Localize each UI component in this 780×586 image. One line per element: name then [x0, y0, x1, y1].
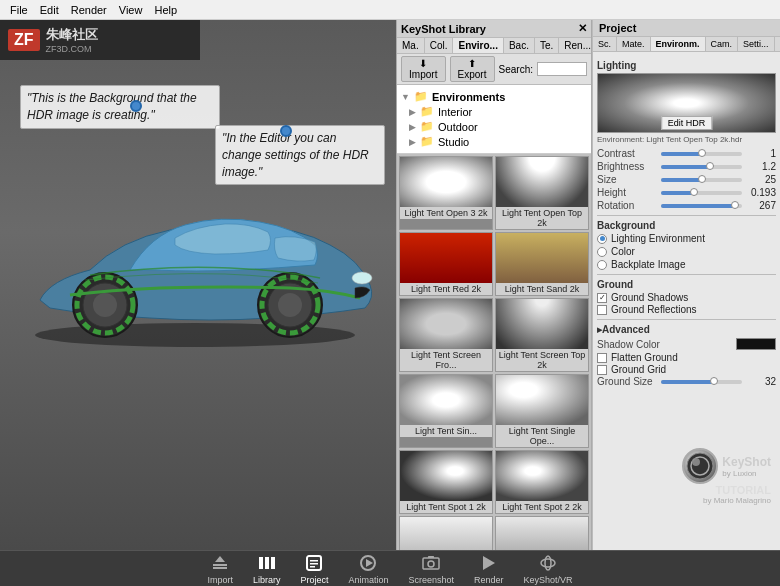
brightness-slider[interactable] — [661, 165, 742, 169]
env-thumb-11[interactable]: Light Tent Whi... — [495, 516, 589, 550]
lib-tab-col[interactable]: Col. — [425, 38, 454, 53]
env-thumb-0[interactable]: Light Tent Open 3 2k — [399, 156, 493, 230]
svg-point-9 — [352, 272, 372, 284]
menubar: File Edit Render View Help — [0, 0, 780, 20]
contrast-row: Contrast 1 — [597, 148, 776, 159]
menu-file[interactable]: File — [4, 0, 34, 20]
menu-help[interactable]: Help — [148, 0, 183, 20]
env-thumb-10[interactable]: Light Tent Whi... — [399, 516, 493, 550]
proj-tab-cam[interactable]: Cam. — [706, 37, 739, 51]
checkbox-flatten-ground[interactable]: Flatten Ground — [597, 352, 776, 363]
proj-tab-environm[interactable]: Environm. — [651, 37, 706, 51]
radio-color-circle[interactable] — [597, 247, 607, 257]
annotation-background: "This is the Background that the HDR ima… — [20, 85, 220, 129]
tree-item-outdoor[interactable]: ▶ 📁 Outdoor — [401, 119, 587, 134]
divider-3 — [597, 319, 776, 320]
env-thumb-2[interactable]: Light Tent Red 2k — [399, 232, 493, 296]
project-icon — [304, 553, 324, 573]
import-button[interactable]: ⬇ Import — [401, 56, 446, 82]
env-thumb-label-1: Light Tent Open Top 2k — [496, 207, 588, 229]
lib-tab-enviro[interactable]: Enviro... — [453, 38, 503, 53]
lib-tab-ma[interactable]: Ma. — [397, 38, 425, 53]
checkbox-flatten-ground-label: Flatten Ground — [611, 352, 678, 363]
svg-point-7 — [278, 293, 302, 317]
env-thumb-6[interactable]: Light Tent Sin... — [399, 374, 493, 448]
checkbox-ground-shadows[interactable]: Ground Shadows — [597, 292, 776, 303]
size-thumb[interactable] — [698, 175, 706, 183]
menu-render[interactable]: Render — [65, 0, 113, 20]
bottom-btn-animation[interactable]: Animation — [348, 553, 388, 585]
shadow-color-swatch[interactable] — [736, 338, 776, 350]
env-thumb-label-5: Light Tent Screen Top 2k — [496, 349, 588, 371]
proj-tab-setti[interactable]: Setti... — [738, 37, 775, 51]
checkbox-ground-reflections-box[interactable] — [597, 305, 607, 315]
size-slider[interactable] — [661, 178, 742, 182]
radio-lighting-env[interactable]: Lighting Environment — [597, 233, 776, 244]
contrast-slider[interactable] — [661, 152, 742, 156]
menu-view[interactable]: View — [113, 0, 149, 20]
env-thumb-9[interactable]: Light Tent Spot 2 2k — [495, 450, 589, 514]
checkbox-flatten-ground-box[interactable] — [597, 353, 607, 363]
env-thumb-label-7: Light Tent Single Ope... — [496, 425, 588, 447]
svg-point-30 — [541, 559, 555, 567]
height-thumb[interactable] — [690, 188, 698, 196]
hdr-preview[interactable]: Edit HDR — [597, 73, 776, 133]
rotation-label: Rotation — [597, 200, 657, 211]
lib-tab-te[interactable]: Te. — [535, 38, 559, 53]
checkbox-ground-shadows-box[interactable] — [597, 293, 607, 303]
env-thumb-img-1 — [496, 157, 588, 207]
env-thumb-7[interactable]: Light Tent Single Ope... — [495, 374, 589, 448]
contrast-thumb[interactable] — [698, 149, 706, 157]
size-value: 25 — [746, 174, 776, 185]
env-thumb-3[interactable]: Light Tent Sand 2k — [495, 232, 589, 296]
hdr-edit-button[interactable]: Edit HDR — [661, 116, 713, 130]
brand-sub: ZF3D.COM — [46, 44, 98, 54]
radio-backplate-circle[interactable] — [597, 260, 607, 270]
checkbox-ground-reflections[interactable]: Ground Reflections — [597, 304, 776, 315]
env-thumb-5[interactable]: Light Tent Screen Top 2k — [495, 298, 589, 372]
tree-item-studio[interactable]: ▶ 📁 Studio — [401, 134, 587, 149]
svg-marker-15 — [215, 556, 225, 562]
bottom-btn-project[interactable]: Project — [300, 553, 328, 585]
rotation-thumb[interactable] — [731, 201, 739, 209]
library-icon — [257, 553, 277, 573]
radio-backplate[interactable]: Backplate Image — [597, 259, 776, 270]
radio-lighting-env-circle[interactable] — [597, 234, 607, 244]
car-svg — [10, 150, 380, 350]
brand-logo: ZF — [8, 29, 40, 51]
rotation-slider[interactable] — [661, 204, 742, 208]
bottom-btn-screenshot[interactable]: Screenshot — [408, 553, 454, 585]
bottom-toolbar: Import Library Project Animation Screens… — [0, 550, 780, 586]
lib-tab-bac[interactable]: Bac. — [504, 38, 535, 53]
checkbox-ground-grid-box[interactable] — [597, 365, 607, 375]
menu-edit[interactable]: Edit — [34, 0, 65, 20]
advanced-header[interactable]: ▸Advanced — [597, 324, 776, 335]
env-thumb-1[interactable]: Light Tent Open Top 2k — [495, 156, 589, 230]
bottom-btn-import[interactable]: Import — [207, 553, 233, 585]
radio-color[interactable]: Color — [597, 246, 776, 257]
proj-tab-sc[interactable]: Sc. — [593, 37, 617, 51]
proj-tab-mate[interactable]: Mate. — [617, 37, 651, 51]
bottom-btn-keyshot-vr[interactable]: KeyShot/VR — [524, 553, 573, 585]
tree-item-interior[interactable]: ▶ 📁 Interior — [401, 104, 587, 119]
ground-size-slider[interactable] — [661, 380, 742, 384]
tree-root-environments[interactable]: ▼ 📁 Environments — [401, 89, 587, 104]
env-thumb-4[interactable]: Light Tent Screen Fro... — [399, 298, 493, 372]
size-row: Size 25 — [597, 174, 776, 185]
env-thumb-img-7 — [496, 375, 588, 425]
brightness-thumb[interactable] — [706, 162, 714, 170]
height-label: Height — [597, 187, 657, 198]
contrast-fill — [661, 152, 702, 156]
rotation-value: 267 — [746, 200, 776, 211]
export-button[interactable]: ⬆ Export — [450, 56, 495, 82]
bottom-btn-render[interactable]: Render — [474, 553, 504, 585]
checkbox-ground-grid[interactable]: Ground Grid — [597, 364, 776, 375]
env-thumb-8[interactable]: Light Tent Spot 1 2k — [399, 450, 493, 514]
library-close-btn[interactable]: ✕ — [578, 22, 587, 35]
env-thumb-label-3: Light Tent Sand 2k — [496, 283, 588, 295]
env-thumb-label-2: Light Tent Red 2k — [400, 283, 492, 295]
height-slider[interactable] — [661, 191, 742, 195]
ground-size-thumb[interactable] — [710, 377, 718, 385]
search-input[interactable] — [537, 62, 587, 76]
bottom-btn-library[interactable]: Library — [253, 553, 281, 585]
